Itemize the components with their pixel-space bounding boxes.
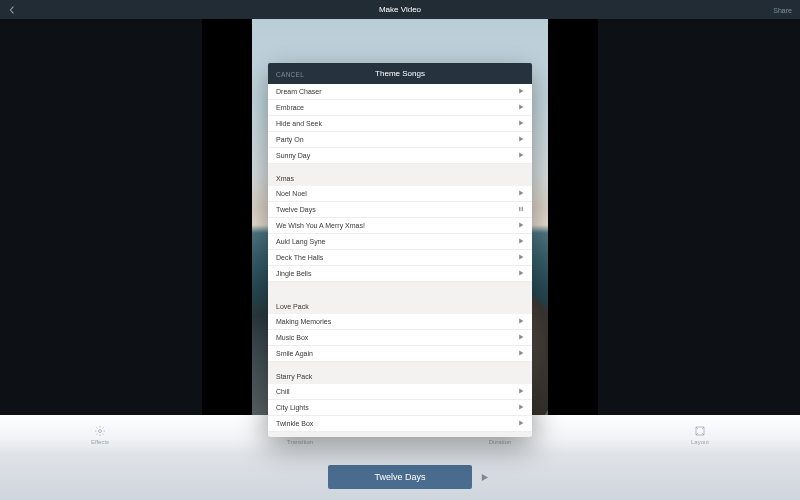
share-button[interactable]: Share <box>773 6 792 13</box>
song-title: Sunny Day <box>276 152 310 159</box>
modal-header: CANCEL Theme Songs <box>268 63 532 84</box>
song-list[interactable]: Dream ChaserEmbraceHide and SeekParty On… <box>268 84 532 437</box>
back-button[interactable] <box>6 4 18 16</box>
play-icon[interactable] <box>518 420 524 427</box>
chevron-left-icon <box>8 6 16 14</box>
song-title: Hide and Seek <box>276 120 322 127</box>
play-icon[interactable] <box>518 152 524 159</box>
tool-layout[interactable]: Layout <box>600 415 800 454</box>
pause-icon[interactable] <box>518 206 524 213</box>
tool-label: Duration <box>489 439 512 445</box>
play-icon[interactable] <box>518 190 524 197</box>
tool-label: Transition <box>287 439 313 445</box>
song-row[interactable]: Embrace <box>268 100 532 116</box>
section-gap <box>268 282 532 292</box>
song-title: Noel Noel <box>276 190 307 197</box>
tool-label: Layout <box>691 439 709 445</box>
play-icon[interactable] <box>518 104 524 111</box>
play-icon[interactable] <box>518 388 524 395</box>
playbar-play-button[interactable] <box>480 468 489 486</box>
song-row[interactable]: Jingle Bells <box>268 266 532 282</box>
section-header: Love Pack <box>268 292 532 314</box>
song-title: Twinkle Box <box>276 420 313 427</box>
play-icon[interactable] <box>518 318 524 325</box>
play-icon <box>480 473 489 482</box>
effects-icon <box>94 425 106 437</box>
play-icon[interactable] <box>518 270 524 277</box>
play-icon[interactable] <box>518 88 524 95</box>
song-row[interactable]: Chill <box>268 384 532 400</box>
section-header: Starry Pack <box>268 362 532 384</box>
song-row[interactable]: We Wish You A Merry Xmas! <box>268 218 532 234</box>
song-title: Jingle Bells <box>276 270 311 277</box>
song-title: Deck The Halls <box>276 254 323 261</box>
song-row[interactable]: Making Memories <box>268 314 532 330</box>
svg-rect-4 <box>519 207 520 211</box>
song-row[interactable]: Smile Again <box>268 346 532 362</box>
song-title: Music Box <box>276 334 308 341</box>
top-bar: Make Video Share <box>0 0 800 19</box>
play-bar: Twelve Days <box>0 454 800 500</box>
song-row[interactable]: Auld Lang Syne <box>268 234 532 250</box>
song-title: Making Memories <box>276 318 331 325</box>
play-icon[interactable] <box>518 350 524 357</box>
song-title: Embrace <box>276 104 304 111</box>
song-row[interactable]: Music Box <box>268 330 532 346</box>
song-row[interactable]: City Lights <box>268 400 532 416</box>
play-icon[interactable] <box>518 238 524 245</box>
tool-effects[interactable]: Effects <box>0 415 200 454</box>
section-header: Xmas <box>268 164 532 186</box>
svg-point-0 <box>99 429 102 432</box>
svg-rect-5 <box>522 207 523 211</box>
tool-label: Effects <box>91 439 109 445</box>
song-title: Dream Chaser <box>276 88 322 95</box>
song-row[interactable]: Dream Chaser <box>268 84 532 100</box>
play-icon[interactable] <box>518 120 524 127</box>
song-row[interactable]: Twinkle Box <box>268 416 532 432</box>
cancel-button[interactable]: CANCEL <box>276 70 304 77</box>
play-icon[interactable] <box>518 254 524 261</box>
theme-songs-modal: CANCEL Theme Songs Dream ChaserEmbraceHi… <box>268 63 532 437</box>
song-title: Chill <box>276 388 290 395</box>
song-row[interactable]: Party On <box>268 132 532 148</box>
song-title: Twelve Days <box>276 206 316 213</box>
now-playing-pill[interactable]: Twelve Days <box>328 465 471 489</box>
layout-icon <box>694 425 706 437</box>
song-row[interactable]: Deck The Halls <box>268 250 532 266</box>
song-row[interactable]: Noel Noel <box>268 186 532 202</box>
page-title: Make Video <box>379 5 421 14</box>
song-row[interactable]: Twelve Days <box>268 202 532 218</box>
song-title: Smile Again <box>276 350 313 357</box>
song-title: City Lights <box>276 404 309 411</box>
play-icon[interactable] <box>518 136 524 143</box>
play-icon[interactable] <box>518 404 524 411</box>
play-icon[interactable] <box>518 222 524 229</box>
song-title: Auld Lang Syne <box>276 238 325 245</box>
play-icon[interactable] <box>518 334 524 341</box>
song-row[interactable]: Sunny Day <box>268 148 532 164</box>
modal-title: Theme Songs <box>375 69 425 78</box>
song-row[interactable]: Hide and Seek <box>268 116 532 132</box>
song-title: Party On <box>276 136 304 143</box>
song-title: We Wish You A Merry Xmas! <box>276 222 365 229</box>
